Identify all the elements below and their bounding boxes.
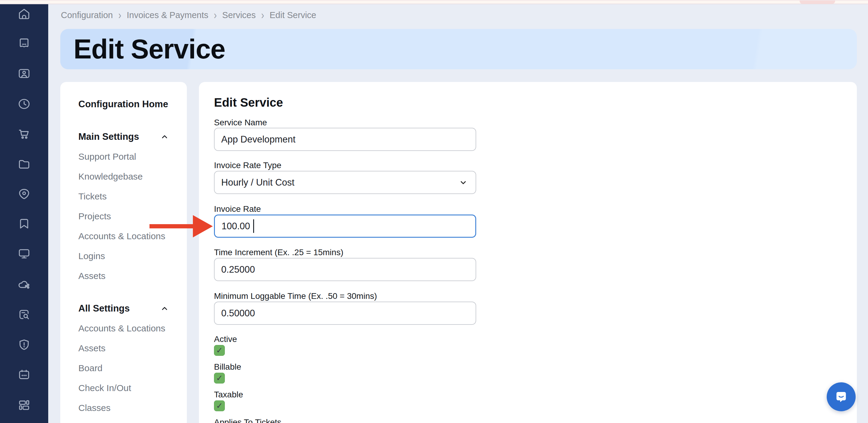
breadcrumb-invoices-payments[interactable]: Invoices & Payments [127, 10, 209, 20]
monitor-icon[interactable] [18, 247, 31, 260]
search-box-icon[interactable] [18, 308, 31, 321]
invoice-rate-field-wrap [214, 215, 476, 238]
invoice-rate-type-value: Hourly / Unit Cost [221, 177, 294, 188]
shopping-cart-icon[interactable] [18, 127, 31, 140]
check-icon: ✓ [216, 402, 223, 410]
billable-label: Billable [214, 362, 857, 371]
folder-icon[interactable] [18, 158, 31, 171]
breadcrumb-services[interactable]: Services [222, 10, 255, 20]
active-checkbox[interactable]: ✓ [214, 345, 225, 356]
minimum-loggable-time-input[interactable] [214, 301, 476, 325]
taxable-label: Taxable [214, 390, 857, 399]
text-cursor [253, 219, 254, 233]
service-name-label: Service Name [214, 118, 857, 127]
page-title-banner: Edit Service [60, 29, 857, 69]
check-icon: ✓ [216, 347, 223, 355]
nav-section-label: Main Settings [79, 131, 139, 143]
chevron-right-icon: › [214, 9, 217, 22]
time-increment-label: Time Increment (Ex. .25 = 15mins) [214, 248, 857, 257]
all-settings-list: Accounts & Locations Assets Board Check … [79, 322, 187, 414]
ticket-icon[interactable] [18, 37, 31, 50]
chevron-up-icon [160, 133, 169, 141]
billable-checkbox[interactable]: ✓ [214, 373, 225, 384]
nav-item-classes[interactable]: Classes [79, 402, 187, 414]
page-title: Edit Service [73, 34, 225, 65]
nav-item-assets-all[interactable]: Assets [79, 342, 187, 354]
form-title: Edit Service [214, 95, 857, 110]
annotation-arrow-shaft [150, 224, 195, 228]
home-icon[interactable] [18, 7, 31, 21]
invoice-rate-type-label: Invoice Rate Type [214, 161, 857, 170]
nav-item-knowledgebase[interactable]: Knowledgebase [79, 170, 187, 183]
breadcrumb-edit-service: Edit Service [270, 10, 316, 20]
nav-item-support-portal[interactable]: Support Portal [79, 151, 187, 163]
topbar-accent [800, 1, 835, 4]
nav-item-projects[interactable]: Projects [79, 210, 187, 222]
active-label: Active [214, 335, 857, 344]
chevron-right-icon: › [119, 9, 121, 22]
chevron-right-icon: › [261, 9, 264, 22]
chat-launcher-button[interactable] [827, 382, 856, 411]
nav-item-accounts-locations[interactable]: Accounts & Locations [79, 230, 187, 242]
nav-section-main-settings[interactable]: Main Settings [79, 131, 169, 143]
map-pin-icon[interactable] [18, 187, 31, 201]
invoice-rate-type-select[interactable]: Hourly / Unit Cost [214, 171, 476, 194]
dashboard-icon[interactable] [18, 398, 31, 412]
app-sidebar [0, 4, 48, 423]
edit-service-form: Edit Service Service Name Invoice Rate T… [199, 82, 857, 423]
nav-item-check-in-out[interactable]: Check In/Out [79, 382, 187, 394]
breadcrumb-configuration[interactable]: Configuration [61, 10, 113, 20]
chat-bubble-icon [833, 389, 849, 404]
nav-item-assets[interactable]: Assets [79, 270, 187, 282]
nav-section-all-settings[interactable]: All Settings [79, 302, 169, 315]
nav-section-label: All Settings [79, 302, 130, 315]
check-icon: ✓ [216, 374, 223, 382]
applies-to-tickets-label: Applies To Tickets [214, 418, 857, 423]
calendar-icon[interactable] [18, 368, 31, 381]
top-strip [0, 0, 868, 4]
annotation-arrow-head [193, 215, 213, 237]
app-root: Configuration › Invoices & Payments › Se… [0, 0, 868, 423]
nav-configuration-home[interactable]: Configuration Home [79, 98, 187, 110]
time-increment-input[interactable] [214, 258, 476, 281]
bookmark-icon[interactable] [18, 217, 31, 230]
contact-card-icon[interactable] [18, 67, 31, 80]
minimum-loggable-time-label: Minimum Loggable Time (Ex. .50 = 30mins) [214, 292, 857, 301]
taxable-checkbox[interactable]: ✓ [214, 400, 225, 411]
nav-item-accounts-locations-all[interactable]: Accounts & Locations [79, 322, 187, 334]
service-name-input[interactable] [214, 128, 476, 151]
nav-item-logins[interactable]: Logins [79, 250, 187, 262]
cloud-share-icon[interactable] [18, 278, 31, 291]
configuration-nav-panel: Configuration Home Main Settings Support… [60, 82, 187, 423]
nav-item-board[interactable]: Board [79, 362, 187, 374]
chevron-down-icon [459, 178, 468, 187]
invoice-rate-label: Invoice Rate [214, 204, 857, 214]
breadcrumb: Configuration › Invoices & Payments › Se… [61, 10, 316, 21]
chevron-up-icon [160, 304, 169, 313]
clock-icon[interactable] [18, 97, 31, 110]
main-settings-list: Support Portal Knowledgebase Tickets Pro… [79, 151, 187, 282]
shield-alert-icon[interactable] [18, 338, 31, 351]
nav-item-tickets[interactable]: Tickets [79, 190, 187, 202]
